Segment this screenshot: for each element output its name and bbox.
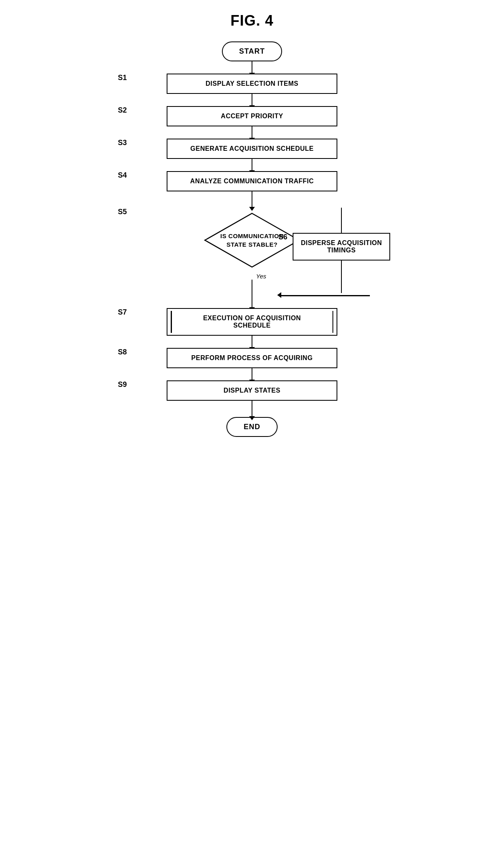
step-label-s8: S8 (118, 348, 127, 356)
merge-arrowhead (277, 292, 281, 298)
node-s3: GENERATE ACQUISITION SCHEDULE (167, 139, 337, 159)
merge-horiz-line (280, 295, 370, 296)
flowchart: START S1 DISPLAY SELECTION ITEMS S2 ACCE… (110, 41, 394, 437)
step-label-s4: S4 (118, 171, 127, 180)
step-label-s5: S5 (118, 208, 127, 216)
step-label-s2: S2 (118, 106, 127, 115)
step-label-s3: S3 (118, 139, 127, 147)
step-label-s9: S9 (118, 380, 127, 389)
arrow-start-s1 (252, 61, 253, 74)
arrow-s7-s8 (252, 336, 253, 348)
node-s6: DISPERSE ACQUISITION TIMINGS (293, 233, 390, 261)
yes-branch: Yes (130, 273, 374, 308)
yes-vert-line (252, 280, 253, 296)
figure-title: FIG. 4 (230, 12, 274, 29)
node-s5-text: IS COMMUNICATIONSTATE STABLE? (220, 232, 284, 249)
s8-row: S8 PERFORM PROCESS OF ACQUIRING (110, 348, 394, 368)
arrow-yes-s7 (252, 296, 253, 308)
node-s2: ACCEPT PRIORITY (167, 106, 337, 126)
s7-row: S7 EXECUTION OF ACQUISITIONSCHEDULE (110, 308, 394, 336)
arrow-s3-s4 (252, 159, 253, 171)
step-label-s7: S7 (118, 308, 127, 317)
s6-top-line (341, 208, 342, 233)
node-s5-container: IS COMMUNICATIONSTATE STABLE? (195, 208, 309, 273)
arrow-s4-s5 (252, 191, 253, 208)
step-label-s1: S1 (118, 74, 127, 82)
node-s8: PERFORM PROCESS OF ACQUIRING (167, 348, 337, 368)
branch-section: S5 IS COMMUNICATIONSTATE STABLE? No (110, 208, 394, 273)
s9-row: S9 DISPLAY STATES (110, 380, 394, 401)
node-s7: EXECUTION OF ACQUISITIONSCHEDULE (167, 308, 337, 336)
node-s9: DISPLAY STATES (167, 380, 337, 401)
arrow-s9-end (252, 401, 253, 417)
node-s1: DISPLAY SELECTION ITEMS (167, 74, 337, 94)
merge-area (130, 280, 374, 296)
start-node: START (222, 41, 282, 61)
node-s4: ANALYZE COMMUNICATION TRAFFIC (167, 171, 337, 191)
yes-label: Yes (256, 273, 266, 280)
arrow-s1-s2 (252, 94, 253, 106)
arrow-s2-s3 (252, 126, 253, 139)
arrow-s8-s9 (252, 368, 253, 380)
